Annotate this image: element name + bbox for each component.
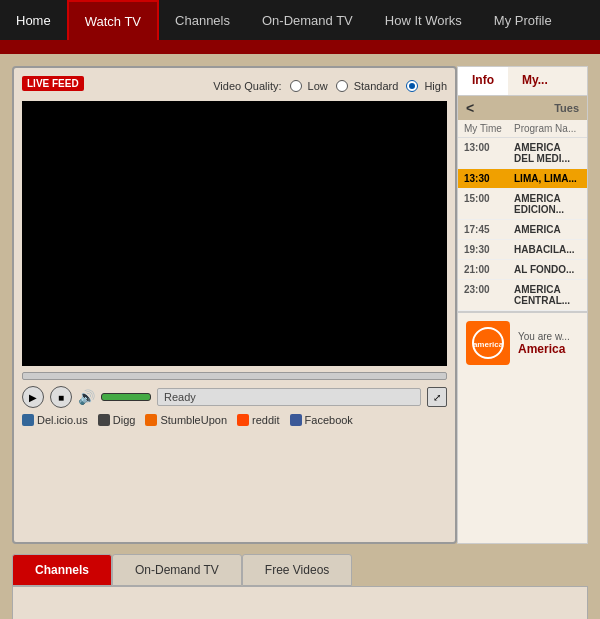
bottom-tab-channels[interactable]: Channels: [12, 554, 112, 586]
play-button[interactable]: ▶: [22, 386, 44, 408]
time-1300: 13:00: [464, 142, 514, 153]
fullscreen-button[interactable]: ⤢: [427, 387, 447, 407]
digg-label: Digg: [113, 414, 136, 426]
time-1930: 19:30: [464, 244, 514, 255]
tab-info[interactable]: Info: [458, 67, 508, 95]
radio-low[interactable]: [290, 80, 302, 92]
info-tabs: Info My...: [458, 67, 587, 96]
schedule-col-program: Program Na...: [514, 123, 581, 134]
bottom-tabs: Channels On-Demand TV Free Videos: [12, 544, 588, 586]
svg-text:america: america: [473, 340, 504, 349]
social-reddit[interactable]: reddit: [237, 414, 280, 426]
prog-1930: HABACILA...: [514, 244, 581, 255]
schedule-row-2100[interactable]: 21:00 AL FONDO...: [458, 260, 587, 280]
social-digg[interactable]: Digg: [98, 414, 136, 426]
schedule-row-1745[interactable]: 17:45 AMERICA: [458, 220, 587, 240]
playback-controls: ▶ ■ 🔊 Ready ⤢: [22, 386, 447, 408]
day-header: < Tues: [458, 96, 587, 120]
nav-how-it-works[interactable]: How It Works: [369, 0, 478, 40]
schedule-header: My Time Program Na...: [458, 120, 587, 138]
status-display: Ready: [157, 388, 421, 406]
stumbleupon-label: StumbleUpon: [160, 414, 227, 426]
quality-low[interactable]: Low: [290, 80, 328, 92]
quality-standard-label: Standard: [354, 80, 399, 92]
nav-on-demand[interactable]: On-Demand TV: [246, 0, 369, 40]
volume-icon[interactable]: 🔊: [78, 389, 95, 405]
bottom-tab-content: [12, 586, 588, 619]
video-quality-label: Video Quality:: [213, 80, 281, 92]
schedule-col-time: My Time: [464, 123, 514, 134]
prog-1500: AMERICA EDICION...: [514, 193, 581, 215]
video-quality-controls: Video Quality: Low Standard High: [213, 80, 447, 92]
schedule-row-1930[interactable]: 19:30 HABACILA...: [458, 240, 587, 260]
reddit-icon: [237, 414, 249, 426]
social-stumbleupon[interactable]: StumbleUpon: [145, 414, 227, 426]
quality-low-label: Low: [308, 80, 328, 92]
stop-button[interactable]: ■: [50, 386, 72, 408]
info-panel: Info My... < Tues My Time Program Na... …: [457, 66, 588, 544]
nav-channels[interactable]: Channels: [159, 0, 246, 40]
main-content: LIVE FEED Video Quality: Low Standard Hi…: [0, 54, 600, 544]
reddit-label: reddit: [252, 414, 280, 426]
prog-1745: AMERICA: [514, 224, 581, 235]
video-panel: LIVE FEED Video Quality: Low Standard Hi…: [12, 66, 457, 544]
time-2300: 23:00: [464, 284, 514, 295]
nav-watch-tv[interactable]: Watch TV: [67, 0, 159, 40]
schedule-row-1500[interactable]: 15:00 AMERICA EDICION...: [458, 189, 587, 220]
quality-standard[interactable]: Standard: [336, 80, 399, 92]
channel-name: America: [518, 342, 570, 356]
video-scrubber[interactable]: [22, 372, 447, 380]
bottom-section: Channels On-Demand TV Free Videos: [0, 544, 600, 619]
channel-footer: america You are w... America: [458, 311, 587, 373]
social-links: Del.icio.us Digg StumbleUpon reddit Face…: [22, 414, 447, 426]
schedule-row-1300[interactable]: 13:00 AMERICA DEL MEDI...: [458, 138, 587, 169]
quality-high[interactable]: High: [406, 80, 447, 92]
time-1500: 15:00: [464, 193, 514, 204]
volume-slider[interactable]: [101, 393, 151, 401]
bottom-tab-on-demand[interactable]: On-Demand TV: [112, 554, 242, 586]
schedule-row-2300[interactable]: 23:00 AMERICA CENTRAL...: [458, 280, 587, 311]
digg-icon: [98, 414, 110, 426]
tab-my[interactable]: My...: [508, 67, 562, 95]
channel-logo: america: [466, 321, 510, 365]
social-facebook[interactable]: Facebook: [290, 414, 353, 426]
nav-home[interactable]: Home: [0, 0, 67, 40]
facebook-label: Facebook: [305, 414, 353, 426]
prog-2100: AL FONDO...: [514, 264, 581, 275]
top-nav: Home Watch TV Channels On-Demand TV How …: [0, 0, 600, 42]
time-1330: 13:30: [464, 173, 514, 184]
stumbleupon-icon: [145, 414, 157, 426]
prog-1330: LIMA, LIMA...: [514, 173, 581, 184]
video-screen[interactable]: [22, 101, 447, 366]
quality-high-label: High: [424, 80, 447, 92]
prog-2300: AMERICA CENTRAL...: [514, 284, 581, 306]
time-1745: 17:45: [464, 224, 514, 235]
radio-standard[interactable]: [336, 80, 348, 92]
day-label: Tues: [554, 102, 579, 114]
red-bar: [0, 42, 600, 54]
schedule-row-1330[interactable]: 13:30 LIMA, LIMA...: [458, 169, 587, 189]
prog-1300: AMERICA DEL MEDI...: [514, 142, 581, 164]
facebook-icon: [290, 414, 302, 426]
video-controls-top: LIVE FEED Video Quality: Low Standard Hi…: [22, 76, 447, 95]
you-are-watching: You are w...: [518, 331, 570, 342]
prev-day-arrow[interactable]: <: [466, 100, 474, 116]
delicious-icon: [22, 414, 34, 426]
nav-my-profile[interactable]: My Profile: [478, 0, 568, 40]
social-delicious[interactable]: Del.icio.us: [22, 414, 88, 426]
delicious-label: Del.icio.us: [37, 414, 88, 426]
live-feed-badge: LIVE FEED: [22, 76, 84, 91]
bottom-tab-free-videos[interactable]: Free Videos: [242, 554, 352, 586]
radio-high[interactable]: [406, 80, 418, 92]
channel-info: You are w... America: [518, 331, 570, 356]
time-2100: 21:00: [464, 264, 514, 275]
